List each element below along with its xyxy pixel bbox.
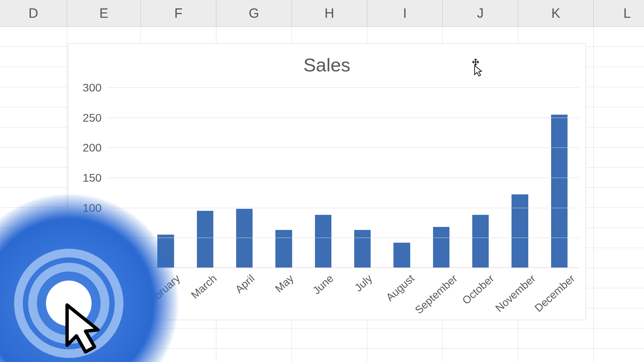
bar-june[interactable]	[315, 215, 331, 268]
x-label-slot: May	[264, 269, 303, 320]
bar-may[interactable]	[275, 230, 292, 268]
y-tick-label: 200	[83, 141, 102, 154]
column-header-k[interactable]: K	[518, 0, 594, 26]
cell[interactable]	[594, 228, 644, 248]
cell[interactable]	[594, 328, 644, 348]
watermark-logo	[0, 194, 178, 362]
column-header-d[interactable]: D	[0, 0, 67, 26]
cell[interactable]	[594, 248, 644, 268]
cell[interactable]	[216, 349, 292, 362]
x-label-slot: July	[343, 269, 382, 320]
x-label-slot: December	[540, 269, 579, 320]
cell[interactable]	[367, 328, 443, 348]
bar-september[interactable]	[433, 227, 449, 268]
bar-april[interactable]	[236, 209, 253, 268]
column-header-f[interactable]: F	[141, 0, 216, 26]
gridline	[107, 118, 579, 118]
cell[interactable]	[0, 168, 67, 187]
cell[interactable]	[0, 107, 67, 127]
y-tick-label: 300	[83, 81, 102, 94]
x-label-slot: November	[500, 269, 539, 320]
bar-march[interactable]	[197, 211, 213, 268]
cell[interactable]	[0, 87, 67, 107]
cell[interactable]	[292, 349, 367, 362]
column-header-e[interactable]: E	[67, 0, 141, 26]
x-label-slot: August	[382, 269, 421, 320]
cell[interactable]	[0, 27, 67, 47]
bar-august[interactable]	[393, 243, 410, 268]
cell[interactable]	[518, 349, 594, 362]
bar-december[interactable]	[551, 115, 568, 268]
x-tick-label: June	[311, 272, 336, 297]
cell[interactable]	[216, 328, 292, 348]
x-tick-label: August	[384, 272, 417, 304]
y-tick-label: 250	[83, 111, 102, 124]
y-tick-label: 150	[83, 171, 102, 184]
cell[interactable]	[0, 147, 67, 167]
column-headers: DEFGHIJKL	[0, 0, 644, 27]
cell[interactable]	[594, 208, 644, 228]
cell[interactable]	[594, 107, 644, 127]
cell[interactable]	[443, 349, 518, 362]
cell[interactable]	[594, 27, 644, 47]
cell[interactable]	[0, 47, 67, 67]
cell[interactable]	[594, 67, 644, 87]
column-header-h[interactable]: H	[292, 0, 367, 26]
cell[interactable]	[594, 308, 644, 328]
x-label-slot: March	[185, 269, 225, 320]
column-header-i[interactable]: I	[367, 0, 443, 26]
bar-october[interactable]	[472, 215, 489, 268]
gridline	[107, 178, 579, 178]
column-header-j[interactable]: J	[443, 0, 518, 26]
bar-november[interactable]	[512, 194, 528, 268]
cell[interactable]	[594, 168, 644, 187]
chart-title[interactable]: Sales	[68, 44, 586, 76]
cell[interactable]	[594, 87, 644, 107]
x-tick-label: May	[273, 272, 296, 295]
cell[interactable]	[443, 328, 518, 348]
cell[interactable]	[0, 127, 67, 147]
cell[interactable]	[594, 349, 644, 362]
gridline	[107, 147, 579, 148]
bar-july[interactable]	[354, 230, 371, 268]
cell[interactable]	[518, 328, 594, 348]
cell[interactable]	[594, 47, 644, 67]
cell[interactable]	[594, 127, 644, 147]
x-label-slot: April	[225, 269, 264, 320]
column-header-g[interactable]: G	[216, 0, 292, 26]
x-tick-label: March	[189, 272, 219, 301]
x-tick-label: July	[352, 272, 375, 294]
x-tick-label: October	[460, 272, 496, 307]
x-label-slot: September	[422, 269, 461, 320]
cell[interactable]	[292, 328, 367, 348]
x-tick-label: April	[233, 272, 257, 296]
x-label-slot: June	[304, 269, 343, 320]
cell[interactable]	[594, 268, 644, 288]
cell[interactable]	[594, 188, 644, 207]
column-header-l[interactable]: L	[594, 0, 644, 26]
cell[interactable]	[367, 349, 443, 362]
cell[interactable]	[594, 288, 644, 308]
cell[interactable]	[594, 147, 644, 167]
cell[interactable]	[0, 67, 67, 87]
gridline	[107, 87, 579, 88]
x-label-slot: October	[461, 269, 500, 320]
